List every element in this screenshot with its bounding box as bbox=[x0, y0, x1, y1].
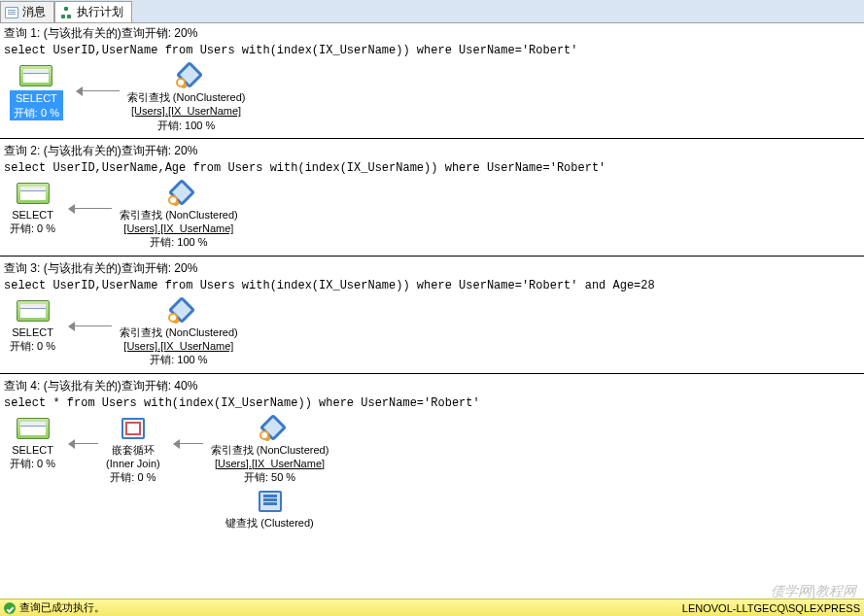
nested-loop-node[interactable]: 嵌套循环 (Inner Join) 开销: 0 % bbox=[106, 418, 160, 485]
query-title: 查询 4: (与该批有关的)查询开销: 40% bbox=[0, 376, 864, 396]
index-seek-icon bbox=[258, 418, 283, 439]
query-title: 查询 3: (与该批有关的)查询开销: 20% bbox=[0, 258, 864, 279]
index-seek-node[interactable]: 索引查找 (NonClustered) [Users].[IX_UserName… bbox=[211, 418, 329, 485]
index-seek-node[interactable]: 索引查找 (NonClustered) [Users].[IX_UserName… bbox=[120, 183, 238, 250]
success-icon bbox=[4, 602, 16, 614]
select-cost: 开销: 0 % bbox=[10, 457, 55, 470]
arrow-icon bbox=[168, 439, 203, 449]
table-icon bbox=[17, 418, 50, 439]
nested-loop-icon bbox=[121, 418, 145, 439]
seek-cost: 开销: 100 % bbox=[120, 353, 238, 366]
plan-graph[interactable]: SELECT 开销: 0 % 索引查找 (NonClustered) [User… bbox=[0, 296, 864, 367]
query-title: 查询 2: (与该批有关的)查询开销: 20% bbox=[0, 141, 864, 161]
query-title: 查询 1: (与该批有关的)查询开销: 20% bbox=[0, 23, 864, 44]
query-sql: select UserID,UserName from Users with(i… bbox=[0, 279, 864, 296]
arrow-icon bbox=[71, 86, 120, 96]
select-node[interactable]: SELECT 开销: 0 % bbox=[10, 300, 55, 354]
tab-plan-label: 执行计划 bbox=[77, 4, 123, 20]
plan-graph[interactable]: SELECT 开销: 0 % 索引查找 (NonClustered) [User… bbox=[0, 179, 864, 250]
seek-label: 索引查找 (NonClustered) bbox=[120, 325, 238, 339]
select-label: SELECT bbox=[10, 325, 55, 339]
table-icon bbox=[17, 183, 50, 204]
tab-messages-label: 消息 bbox=[22, 4, 46, 20]
tab-bar: 消息 执行计划 bbox=[0, 0, 864, 23]
index-seek-icon bbox=[166, 300, 191, 322]
status-text: 查询已成功执行。 bbox=[19, 600, 105, 615]
seek-detail: [Users].[IX_UserName] bbox=[120, 339, 238, 353]
select-cost: 开销: 0 % bbox=[10, 339, 55, 353]
select-node[interactable]: SELECT 开销: 0 % bbox=[10, 183, 55, 236]
server-name: LENOVOL-LLTGECQ\SQLEXPRESS bbox=[682, 602, 860, 614]
index-seek-node[interactable]: 索引查找 (NonClustered) [Users].[IX_UserName… bbox=[120, 300, 238, 367]
select-label: SELECT bbox=[10, 443, 55, 457]
loop-cost: 开销: 0 % bbox=[106, 470, 160, 484]
select-label: SELECT bbox=[10, 90, 63, 106]
messages-icon bbox=[5, 7, 18, 18]
seek-label: 索引查找 (NonClustered) bbox=[211, 443, 329, 457]
seek-cost: 开销: 100 % bbox=[127, 119, 246, 132]
arrow-icon bbox=[63, 204, 112, 214]
key-lookup-icon bbox=[259, 491, 282, 512]
tab-execution-plan[interactable]: 执行计划 bbox=[54, 1, 132, 22]
plan-graph[interactable]: SELECT 开销: 0 % 索引查找 (NonClustered) [User… bbox=[0, 61, 864, 132]
seek-cost: 开销: 100 % bbox=[120, 235, 238, 249]
select-cost: 开销: 0 % bbox=[10, 106, 63, 120]
index-seek-icon bbox=[166, 183, 191, 204]
select-label: SELECT bbox=[10, 208, 55, 222]
seek-detail: [Users].[IX_UserName] bbox=[127, 104, 246, 118]
status-left: 查询已成功执行。 bbox=[4, 600, 105, 615]
key-label: 键查找 (Clustered) bbox=[225, 516, 313, 530]
arrow-icon bbox=[63, 322, 112, 331]
query-block-2: 查询 2: (与该批有关的)查询开销: 20% select UserID,Us… bbox=[0, 141, 864, 257]
select-cost: 开销: 0 % bbox=[10, 222, 55, 235]
query-sql: select UserID,UserName,Age from Users wi… bbox=[0, 161, 864, 179]
seek-label: 索引查找 (NonClustered) bbox=[120, 208, 238, 222]
query-block-1: 查询 1: (与该批有关的)查询开销: 20% select UserID,Us… bbox=[0, 23, 864, 139]
index-seek-icon bbox=[174, 65, 199, 86]
seek-detail: [Users].[IX_UserName] bbox=[120, 222, 238, 235]
query-block-3: 查询 3: (与该批有关的)查询开销: 20% select UserID,Us… bbox=[0, 258, 864, 374]
seek-label: 索引查找 (NonClustered) bbox=[127, 90, 246, 104]
plan-graph[interactable]: SELECT 开销: 0 % 嵌套循环 (Inner Join) 开销: 0 %… bbox=[0, 414, 864, 530]
seek-cost: 开销: 50 % bbox=[211, 470, 329, 484]
index-seek-node[interactable]: 索引查找 (NonClustered) [Users].[IX_UserName… bbox=[127, 65, 246, 132]
loop-label: 嵌套循环 bbox=[106, 443, 160, 457]
execution-plan-icon bbox=[59, 7, 73, 18]
select-node[interactable]: SELECT 开销: 0 % bbox=[10, 65, 63, 120]
status-bar: 查询已成功执行。 LENOVOL-LLTGECQ\SQLEXPRESS bbox=[0, 599, 864, 616]
query-block-4: 查询 4: (与该批有关的)查询开销: 40% select * from Us… bbox=[0, 376, 864, 535]
loop-detail: (Inner Join) bbox=[106, 457, 160, 470]
plan-content: 查询 1: (与该批有关的)查询开销: 20% select UserID,Us… bbox=[0, 23, 864, 602]
seek-detail: [Users].[IX_UserName] bbox=[211, 457, 329, 470]
query-sql: select * from Users with(index(IX_UserNa… bbox=[0, 396, 864, 414]
query-sql: select UserID,UserName from Users with(i… bbox=[0, 44, 864, 61]
key-lookup-node[interactable]: 键查找 (Clustered) bbox=[225, 491, 313, 530]
select-node[interactable]: SELECT 开销: 0 % bbox=[10, 418, 55, 471]
tab-messages[interactable]: 消息 bbox=[0, 1, 54, 22]
table-icon bbox=[19, 65, 52, 86]
arrow-icon bbox=[63, 439, 98, 449]
table-icon bbox=[17, 300, 50, 322]
